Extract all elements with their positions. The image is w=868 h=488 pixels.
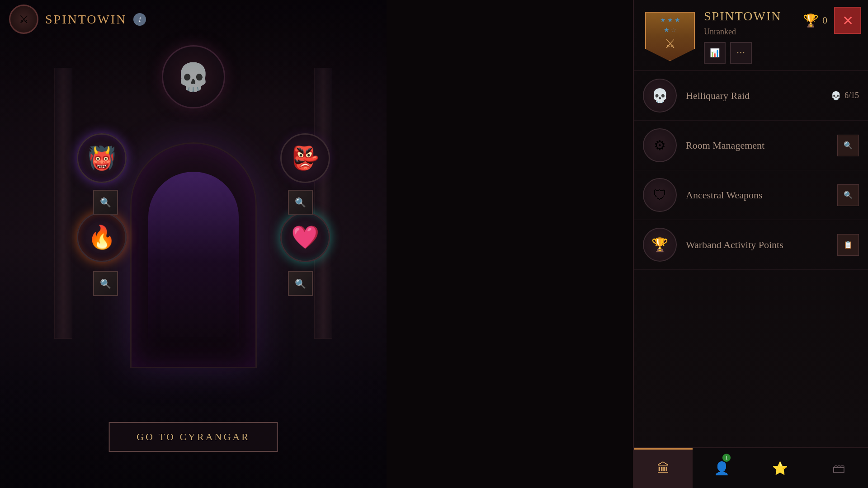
trophy-icon: 🏆 xyxy=(803,13,819,28)
helliquary-label: Helliquary Raid xyxy=(686,90,822,102)
menu-items: 💀 Helliquary Raid 💀 6/15 ⚙ Room Manageme… xyxy=(634,71,868,447)
search-icon-bottom-left[interactable]: 🔍 xyxy=(93,271,118,296)
banner-emblem-icon: ⚔ xyxy=(665,36,676,51)
trophy-value: 0 xyxy=(822,14,827,26)
ancestral-icon-circle: 🛡 xyxy=(643,178,677,212)
room-action-btn[interactable]: 🔍 xyxy=(837,135,859,156)
search-icon-top-left[interactable]: 🔍 xyxy=(93,190,118,215)
tab-rank[interactable]: ⭐ xyxy=(751,448,810,488)
search-icon-bottom-right[interactable]: 🔍 xyxy=(288,271,313,296)
more-button[interactable]: ··· xyxy=(730,42,752,64)
warband-icon-circle: 🏆 xyxy=(643,228,677,262)
char-icon-top-right: 👺 xyxy=(291,145,319,171)
stats-icon: 📊 xyxy=(710,48,720,58)
helliquary-badge-icon: 💀 xyxy=(831,91,841,101)
banner-stars-2: ★ ☆ xyxy=(664,26,677,34)
warband-action-icon: 📋 xyxy=(844,240,853,249)
boss-skull-circle: 💀 xyxy=(162,45,225,108)
star-1: ★ xyxy=(660,16,666,24)
warband-icon: 🏆 xyxy=(651,237,668,253)
top-right-controls: 🏆 0 ✕ xyxy=(803,7,861,34)
rank-tab-icon: ⭐ xyxy=(772,461,788,476)
star-5: ☆ xyxy=(671,26,677,34)
star-4: ★ xyxy=(664,26,670,34)
helliquary-icon-circle: 💀 xyxy=(643,79,677,113)
helliquary-icon: 💀 xyxy=(651,88,668,103)
room-action-icon: 🔍 xyxy=(844,141,853,150)
char-medallion-top-right[interactable]: 👺 xyxy=(280,133,330,183)
home-tab-icon: 🏛 xyxy=(657,461,670,476)
profile-actions: 📊 ··· xyxy=(704,42,857,64)
char-icon-bottom-left: 🔥 xyxy=(88,224,116,250)
helliquary-badge: 💀 6/15 xyxy=(831,91,859,101)
top-header: ⚔ SPINTOWIN i xyxy=(0,0,155,38)
ancestral-action-icon: 🔍 xyxy=(844,191,853,199)
tab-members[interactable]: 👤 1 xyxy=(693,448,751,488)
more-icon: ··· xyxy=(736,47,745,59)
menu-item-warband[interactable]: 🏆 Warband Activity Points 📋 xyxy=(634,220,868,270)
helliquary-badge-value: 6/15 xyxy=(844,91,859,100)
menu-item-helliquary[interactable]: 💀 Helliquary Raid 💀 6/15 xyxy=(634,71,868,121)
boss-skull-medallion: 💀 xyxy=(153,36,234,117)
room-label: Room Management xyxy=(686,140,828,151)
menu-item-ancestral[interactable]: 🛡 Ancestral Weapons 🔍 xyxy=(634,170,868,220)
ancestral-action-btn[interactable]: 🔍 xyxy=(837,184,859,206)
stats-button[interactable]: 📊 xyxy=(704,42,726,64)
char-medallion-bottom-left[interactable]: 🔥 xyxy=(77,212,127,262)
char-icon-bottom-right: 💙 xyxy=(291,224,319,250)
tab-home[interactable]: 🏛 xyxy=(634,448,693,488)
star-3: ★ xyxy=(675,16,680,24)
right-panel: ★ ★ ★ ★ ☆ ⚔ SPINTOWIN Unranked 📊 ··· xyxy=(633,0,868,488)
ancestral-label: Ancestral Weapons xyxy=(686,189,828,201)
char-icon-top-left: 👹 xyxy=(88,145,116,171)
warband-action-btn[interactable]: 📋 xyxy=(837,234,859,256)
search-icon-top-right[interactable]: 🔍 xyxy=(288,190,313,215)
trophy-count: 🏆 0 xyxy=(803,13,827,28)
bottom-nav: 🏛 👤 1 ⭐ 🗃 xyxy=(634,447,868,488)
tab-chest[interactable]: 🗃 xyxy=(810,448,868,488)
banner-shape: ★ ★ ★ ★ ☆ ⚔ xyxy=(645,12,695,61)
char-medallion-bottom-right[interactable]: 💙 xyxy=(280,212,330,262)
room-icon: ⚙ xyxy=(654,137,666,153)
game-scene: 💀 👹 👺 🔥 💙 🔍 🔍 🔍 🔍 GO TO CYRANGAR xyxy=(0,0,387,488)
chest-tab-icon: 🗃 xyxy=(832,461,845,476)
clan-logo: ⚔ xyxy=(9,5,38,34)
banner-stars: ★ ★ ★ xyxy=(660,16,680,24)
clan-logo-icon: ⚔ xyxy=(19,13,29,26)
clan-banner: ★ ★ ★ ★ ☆ ⚔ xyxy=(645,12,695,61)
ancestral-icon: 🛡 xyxy=(653,188,667,203)
warband-label: Warband Activity Points xyxy=(686,239,828,251)
room-icon-circle: ⚙ xyxy=(643,128,677,162)
clan-name-label: SPINTOWIN xyxy=(45,12,127,27)
close-button[interactable]: ✕ xyxy=(834,7,861,34)
boss-skull-icon: 💀 xyxy=(176,61,210,93)
star-2: ★ xyxy=(667,16,673,24)
goto-button[interactable]: GO TO CYRANGAR xyxy=(108,422,278,452)
char-medallion-top-left[interactable]: 👹 xyxy=(77,133,127,183)
menu-item-room[interactable]: ⚙ Room Management 🔍 xyxy=(634,121,868,170)
info-button[interactable]: i xyxy=(133,13,146,26)
members-tab-icon: 👤 xyxy=(714,461,730,476)
